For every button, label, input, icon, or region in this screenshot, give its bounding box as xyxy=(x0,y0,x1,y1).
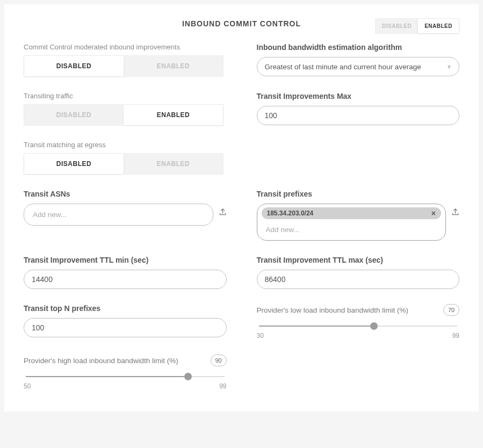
high-load-label: Provider's high load inbound bandwidth l… xyxy=(24,357,178,365)
prefix-chip: 185.34.203.0/24× xyxy=(262,207,442,219)
egress-toggle: DISABLED ENABLED xyxy=(24,153,224,175)
asns-tagbox[interactable] xyxy=(24,204,213,226)
low-load-label: Provider's low load inbound bandwidth li… xyxy=(257,306,408,314)
egress-label: Transit matching at egress xyxy=(24,141,227,149)
transiting-disabled[interactable]: DISABLED xyxy=(24,105,124,125)
prefixes-label: Transit prefixes xyxy=(257,190,460,198)
master-toggle-disabled[interactable]: DISABLED xyxy=(376,19,418,33)
transiting-label: Transiting traffic xyxy=(24,92,227,100)
transiting-toggle: DISABLED ENABLED xyxy=(24,104,224,126)
high-load-min: 50 xyxy=(24,382,31,390)
high-load-value: 90 xyxy=(211,355,227,366)
asns-label: Transit ASNs xyxy=(24,190,227,198)
master-toggle-enabled[interactable]: ENABLED xyxy=(418,19,459,33)
ttl-max-input[interactable] xyxy=(257,270,460,289)
page-title: INBOUND COMMIT CONTROL xyxy=(182,19,301,28)
ttl-max-label: Transit Improvement TTL max (sec) xyxy=(257,256,460,264)
ttl-min-label: Transit Improvement TTL min (sec) xyxy=(24,256,227,264)
remove-icon[interactable]: × xyxy=(431,209,436,217)
moderated-toggle: DISABLED ENABLED xyxy=(24,55,224,77)
algorithm-label: Inbound bandwidth estimation algorithm xyxy=(257,43,460,52)
improv-max-label: Transit Improvements Max xyxy=(257,92,460,100)
egress-enabled[interactable]: ENABLED xyxy=(124,154,223,174)
slider-thumb[interactable] xyxy=(184,373,192,380)
moderated-disabled[interactable]: DISABLED xyxy=(24,56,124,76)
upload-icon[interactable] xyxy=(451,208,459,216)
moderated-enabled[interactable]: ENABLED xyxy=(124,56,223,76)
upload-icon[interactable] xyxy=(219,208,227,216)
algorithm-select[interactable]: Greatest of last minute and current hour… xyxy=(257,57,460,76)
moderated-label: Commit Control moderated inbound improve… xyxy=(24,43,227,51)
low-load-max: 99 xyxy=(452,332,459,339)
high-load-max: 99 xyxy=(219,382,226,390)
slider-thumb[interactable] xyxy=(370,322,378,330)
asns-input[interactable] xyxy=(28,207,208,222)
ttl-min-input[interactable] xyxy=(24,270,227,289)
low-load-slider[interactable] xyxy=(259,326,458,327)
improv-max-input[interactable] xyxy=(257,106,460,125)
low-load-min: 30 xyxy=(257,332,264,339)
inbound-commit-control-panel: INBOUND COMMIT CONTROL DISABLED ENABLED … xyxy=(4,4,479,411)
high-load-slider[interactable] xyxy=(26,376,225,377)
top-n-input[interactable] xyxy=(24,318,227,337)
prefixes-tagbox[interactable]: 185.34.203.0/24× xyxy=(257,204,446,241)
egress-disabled[interactable]: DISABLED xyxy=(24,154,124,174)
top-n-label: Transit top N prefixes xyxy=(24,304,227,313)
master-toggle: DISABLED ENABLED xyxy=(375,18,459,34)
low-load-value: 70 xyxy=(443,304,459,316)
transiting-enabled[interactable]: ENABLED xyxy=(124,105,223,125)
prefixes-input[interactable] xyxy=(262,222,442,237)
